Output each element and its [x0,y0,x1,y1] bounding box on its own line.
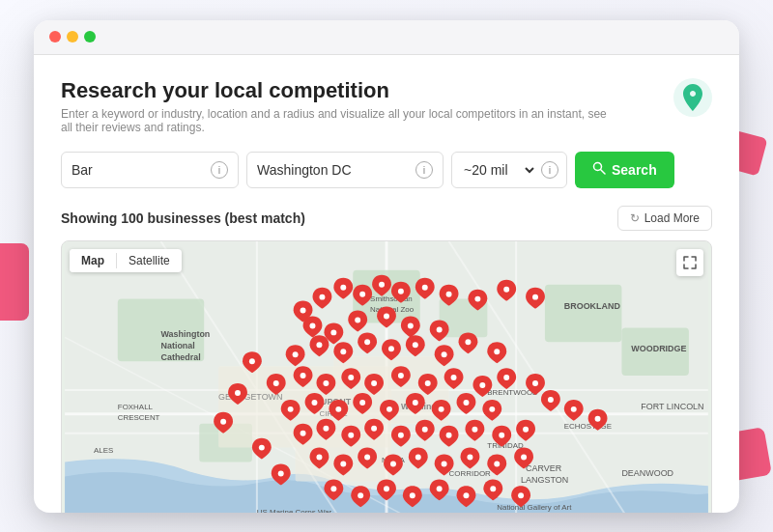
svg-point-118 [384,486,389,491]
svg-text:WOODRIDGE: WOODRIDGE [631,344,686,353]
svg-point-75 [465,339,471,345]
svg-point-89 [312,399,318,405]
svg-point-99 [348,432,354,437]
svg-point-63 [330,329,336,335]
svg-point-90 [335,406,341,411]
svg-point-88 [288,406,294,411]
svg-point-81 [371,380,377,386]
location-input[interactable] [257,162,412,178]
svg-point-125 [235,390,241,396]
svg-point-120 [437,486,443,491]
svg-point-91 [359,399,365,405]
svg-point-112 [442,461,447,466]
minimize-button[interactable] [67,31,78,42]
results-count-label: Showing 100 businesses (best match) [61,210,305,226]
svg-point-60 [503,286,509,292]
svg-point-101 [398,432,404,437]
svg-point-76 [494,349,500,354]
svg-point-72 [388,346,394,351]
svg-point-51 [301,307,306,313]
map-expand-button[interactable] [676,249,703,276]
svg-point-104 [472,426,477,432]
svg-point-123 [518,492,524,498]
svg-point-98 [323,425,329,431]
svg-point-87 [532,380,538,386]
svg-point-131 [595,415,601,421]
browser-window: Research your local competition Enter a … [34,20,739,513]
svg-point-94 [439,406,444,411]
svg-text:CRESCENT: CRESCENT [118,412,160,421]
svg-point-59 [474,295,480,301]
title-bar [34,20,739,55]
svg-text:BROOKLAND: BROOKLAND [564,300,621,310]
svg-point-127 [259,444,265,450]
results-header: Showing 100 businesses (best match) ↻ Lo… [61,206,712,231]
svg-point-73 [413,342,418,348]
svg-point-74 [442,351,447,357]
svg-point-124 [249,358,255,364]
location-info-icon[interactable]: i [415,161,433,179]
svg-point-102 [422,426,428,432]
traffic-lights [49,31,96,42]
svg-point-117 [358,492,363,498]
svg-point-108 [340,461,346,466]
map-tab-satellite[interactable]: Satellite [117,249,182,272]
svg-text:FORT LINCOLN: FORT LINCOLN [641,401,703,410]
svg-point-86 [503,375,509,380]
svg-point-53 [340,284,346,290]
svg-text:LANGSTON: LANGSTON [521,475,568,485]
svg-point-71 [364,339,370,345]
svg-point-80 [348,375,354,380]
svg-point-58 [446,291,452,296]
maximize-button[interactable] [84,31,96,42]
svg-point-69 [316,342,322,348]
svg-rect-14 [545,284,621,342]
svg-point-129 [548,396,554,402]
svg-point-116 [330,486,336,491]
page-subtitle: Enter a keyword or industry, location an… [61,107,621,134]
main-content: Research your local competition Enter a … [34,55,739,513]
svg-point-122 [490,486,496,491]
search-icon [592,161,606,178]
close-button[interactable] [49,31,61,42]
svg-point-93 [413,399,418,405]
svg-point-77 [273,380,279,386]
svg-text:ALES: ALES [94,445,113,454]
svg-point-107 [316,454,322,460]
header-text: Research your local competition Enter a … [61,78,621,134]
svg-point-115 [521,454,527,460]
svg-point-105 [499,432,504,437]
search-bar: i i ~5 mil ~10 mil ~20 mil ~50 mil ~100 … [61,152,712,188]
svg-point-111 [415,454,421,460]
radius-select[interactable]: ~5 mil ~10 mil ~20 mil ~50 mil ~100 mil [460,161,537,179]
svg-point-55 [379,281,385,287]
svg-point-96 [489,406,495,411]
search-button-label: Search [612,162,657,178]
load-more-button[interactable]: ↻ Load More [617,206,712,231]
svg-point-82 [398,373,404,378]
keyword-info-icon[interactable]: i [211,161,228,179]
svg-point-126 [220,418,226,424]
radius-info-icon[interactable]: i [541,161,558,179]
svg-text:CORRIDOR: CORRIDOR [449,469,491,478]
svg-point-62 [310,322,316,328]
svg-text:FOXHALL: FOXHALL [118,402,154,410]
svg-point-70 [340,349,346,354]
svg-point-100 [371,425,377,431]
svg-point-56 [398,288,404,294]
search-button[interactable]: Search [575,152,674,188]
svg-point-106 [523,426,529,432]
svg-point-121 [463,492,469,498]
keyword-input[interactable] [72,162,207,178]
svg-point-119 [410,492,415,498]
svg-text:Washington: Washington [161,329,211,339]
svg-point-114 [494,461,500,466]
map-display: Washington National Cathedral Smithsonia… [62,241,711,513]
svg-point-66 [408,322,414,328]
svg-point-113 [467,454,472,460]
svg-point-61 [532,294,538,299]
bg-decoration-left [0,243,29,321]
map-tab-map[interactable]: Map [70,249,116,272]
svg-point-57 [422,284,428,290]
svg-point-79 [323,380,329,386]
